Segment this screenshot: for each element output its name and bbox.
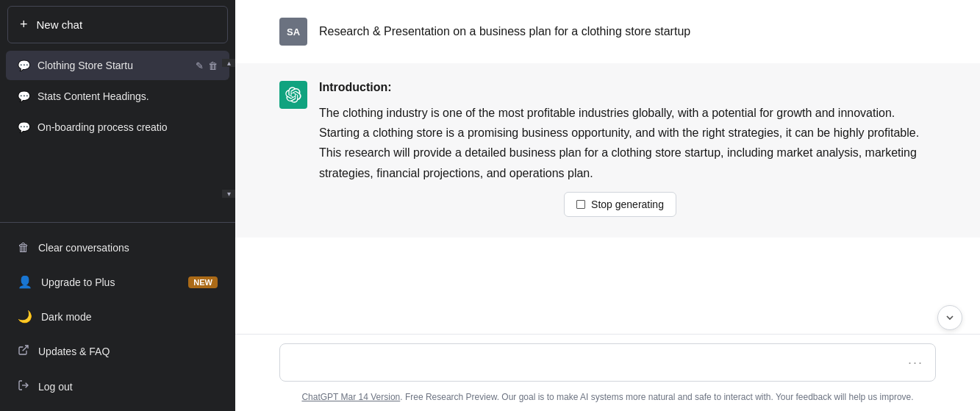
plus-icon: + <box>20 17 28 32</box>
upgrade-to-plus-button[interactable]: 👤 Upgrade to Plus NEW <box>6 265 229 299</box>
stop-generating-label: Stop generating <box>591 199 664 210</box>
sidebar-bottom: 🗑 Clear conversations 👤 Upgrade to Plus … <box>0 227 235 411</box>
logout-label: Log out <box>38 381 73 393</box>
footer-text: . Free Research Preview. Our goal is to … <box>400 392 913 402</box>
stop-generating-button[interactable]: Stop generating <box>564 192 676 217</box>
sidebar-item-stats[interactable]: 💬 Stats Content Headings. <box>6 82 229 111</box>
user-icon: 👤 <box>18 275 32 289</box>
conversation-label-2: Stats Content Headings. <box>37 90 218 102</box>
sidebar-item-onboarding[interactable]: 💬 On-boarding process creatio <box>6 112 229 142</box>
trash-icon: 🗑 <box>18 241 29 254</box>
sidebar: + New chat 💬 Clothing Store Startu ✎ 🗑 ▴… <box>0 0 235 411</box>
conversation-actions: ✎ 🗑 <box>196 60 218 71</box>
logout-icon <box>18 379 29 394</box>
main-content: SA Research & Presentation on a business… <box>235 0 980 411</box>
sidebar-item-clothing-store[interactable]: 💬 Clothing Store Startu ✎ 🗑 <box>6 51 229 80</box>
delete-icon[interactable]: 🗑 <box>208 60 218 71</box>
user-message-text: Research & Presentation on a business pl… <box>319 18 690 41</box>
chat-area: SA Research & Presentation on a business… <box>235 0 980 334</box>
edit-icon[interactable]: ✎ <box>196 60 204 71</box>
ai-message-row: Introduction: The clothing industry is o… <box>235 63 980 237</box>
stop-square-icon <box>576 200 585 209</box>
ai-message-heading: Introduction: <box>319 81 921 94</box>
chat-input[interactable]: ··· <box>279 343 936 382</box>
scroll-down-button[interactable]: ▾ <box>222 190 235 198</box>
chatgpt-version-link[interactable]: ChatGPT Mar 14 Version <box>301 392 400 402</box>
upgrade-label: Upgrade to Plus <box>41 276 115 288</box>
scroll-to-bottom-button[interactable] <box>937 305 962 330</box>
dark-mode-label: Dark mode <box>41 311 91 323</box>
new-chat-button[interactable]: + New chat <box>7 6 228 43</box>
sidebar-divider <box>0 222 235 223</box>
chat-icon-3: 💬 <box>18 121 30 133</box>
logout-button[interactable]: Log out <box>6 370 229 404</box>
new-chat-label: New chat <box>37 18 83 31</box>
input-dots: ··· <box>908 355 923 371</box>
input-area: ··· <box>235 334 980 386</box>
clear-conversations-label: Clear conversations <box>38 242 129 254</box>
user-avatar: SA <box>279 18 307 46</box>
dark-mode-button[interactable]: 🌙 Dark mode <box>6 300 229 333</box>
conversation-label: Clothing Store Startu <box>37 60 188 71</box>
new-badge: NEW <box>188 276 218 288</box>
moon-icon: 🌙 <box>18 310 32 324</box>
svg-line-0 <box>23 346 28 351</box>
stop-btn-container: Stop generating <box>319 183 921 220</box>
clear-conversations-button[interactable]: 🗑 Clear conversations <box>6 232 229 264</box>
chat-icon-2: 💬 <box>18 90 30 102</box>
footer: ChatGPT Mar 14 Version. Free Research Pr… <box>235 386 980 411</box>
external-link-icon <box>18 344 29 359</box>
gpt-avatar <box>279 81 307 109</box>
conversation-list: 💬 Clothing Store Startu ✎ 🗑 ▴ 💬 Stats Co… <box>0 49 235 218</box>
updates-faq-button[interactable]: Updates & FAQ <box>6 335 229 368</box>
ai-message-text: The clothing industry is one of the most… <box>319 103 921 183</box>
conversation-label-3: On-boarding process creatio <box>37 121 218 133</box>
scroll-up-button[interactable]: ▴ <box>222 59 235 67</box>
updates-label: Updates & FAQ <box>38 346 110 357</box>
ai-message-content: Introduction: The clothing industry is o… <box>319 81 921 220</box>
chat-icon: 💬 <box>18 60 30 71</box>
user-message-row: SA Research & Presentation on a business… <box>235 0 980 63</box>
